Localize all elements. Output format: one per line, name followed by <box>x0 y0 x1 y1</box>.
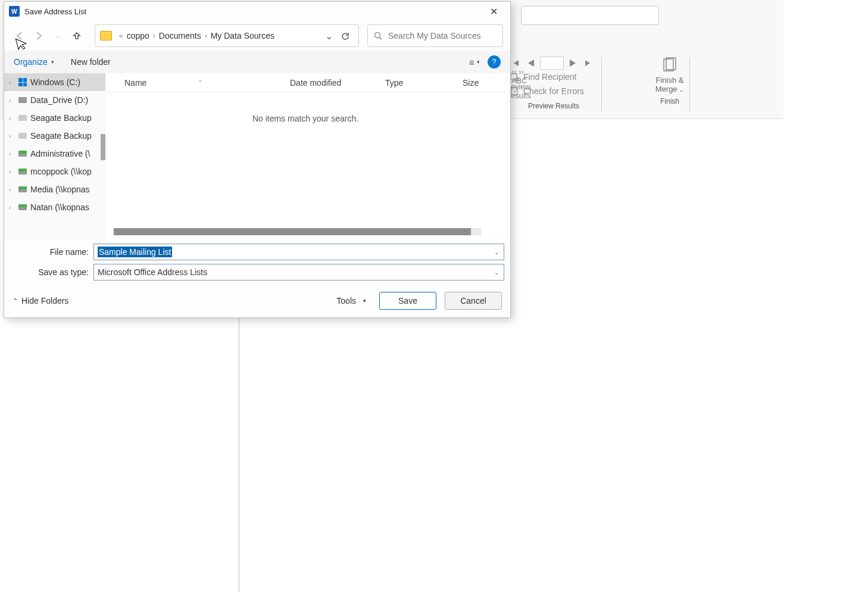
preview-results-label: Preview Results <box>509 102 598 110</box>
dialog-footer: ⌃ Hide Folders Tools▾ Save Cancel <box>4 284 510 317</box>
navigation-tree[interactable]: › Windows (C:) › Data_Drive (D:) › Seaga… <box>4 73 105 239</box>
tools-menu[interactable]: Tools▾ <box>332 294 371 308</box>
saveastype-label: Save as type: <box>10 267 93 277</box>
organize-menu[interactable]: Organize▾ <box>14 57 54 67</box>
forward-button[interactable] <box>30 27 47 44</box>
view-options-button[interactable]: ≡ ▾ <box>466 54 483 70</box>
saveastype-row: Save as type: Microsoft Office Address L… <box>10 264 504 281</box>
prev-record-button[interactable] <box>524 57 538 70</box>
hide-folders-button[interactable]: ⌃ Hide Folders <box>13 296 68 306</box>
search-icon <box>374 32 382 40</box>
breadcrumb-separator: › <box>153 32 155 40</box>
breadcrumb-prefix: « <box>119 32 123 40</box>
breadcrumb-item[interactable]: Documents <box>159 31 201 40</box>
tree-item-seagate-1[interactable]: › Seagate Backup <box>4 109 105 127</box>
expand-icon[interactable]: › <box>9 133 11 139</box>
preview-partial-text: eview esults <box>511 82 531 100</box>
saveastype-value: Microsoft Office Address Lists <box>98 267 207 277</box>
drive-icon <box>18 133 27 139</box>
tree-item-mcoppock[interactable]: › mcoppock (\\kop <box>4 163 105 180</box>
tree-item-windows-c[interactable]: › Windows (C:) <box>4 73 105 91</box>
up-button[interactable] <box>68 27 85 44</box>
close-button[interactable]: ✕ <box>482 2 505 21</box>
tree-item-natan[interactable]: › Natan (\\kopnas <box>4 198 105 216</box>
filename-input[interactable]: Sample Mailing List ⌄ <box>93 244 504 260</box>
tree-item-administrative[interactable]: › Administrative (\ <box>4 145 105 163</box>
record-number-field[interactable] <box>540 57 564 70</box>
svg-point-5 <box>375 33 380 38</box>
expand-icon[interactable]: › <box>9 79 11 86</box>
dropdown-caret-icon[interactable]: ⌄ <box>494 249 499 256</box>
tree-scrollbar-thumb[interactable] <box>101 134 105 160</box>
refresh-button[interactable] <box>338 32 354 40</box>
search-input[interactable] <box>388 31 497 40</box>
column-date-header[interactable]: Date modified <box>290 78 385 88</box>
record-navigation <box>509 57 598 70</box>
empty-folder-message: No items match your search. <box>105 114 505 123</box>
ribbon-divider <box>689 57 690 112</box>
network-drive-icon <box>18 204 27 210</box>
next-record-button[interactable] <box>566 57 579 70</box>
search-box[interactable] <box>367 24 503 47</box>
horizontal-scrollbar[interactable] <box>114 228 482 235</box>
back-button[interactable] <box>11 27 28 44</box>
expand-icon[interactable]: › <box>9 204 11 211</box>
svg-rect-3 <box>664 59 673 71</box>
folder-icon <box>100 31 112 40</box>
svg-rect-4 <box>666 58 676 70</box>
last-record-button[interactable] <box>582 57 595 70</box>
drive-icon <box>18 97 27 103</box>
dialog-navbar: ⌄ « coppo › Documents › My Data Sources … <box>4 21 510 51</box>
cancel-button[interactable]: Cancel <box>445 292 502 310</box>
save-fields: File name: Sample Mailing List ⌄ Save as… <box>4 239 510 284</box>
tree-item-data-drive[interactable]: › Data_Drive (D:) <box>4 91 105 109</box>
word-app-icon: W <box>9 6 20 17</box>
ribbon-top-input[interactable] <box>521 6 659 25</box>
network-drive-icon <box>18 169 27 175</box>
tree-item-seagate-2[interactable]: › Seagate Backup <box>4 127 105 145</box>
column-size-header[interactable]: Size <box>463 78 498 88</box>
finish-merge-button[interactable]: Finish &Merge ⌄ <box>649 57 691 94</box>
dialog-titlebar: W Save Address List ✕ <box>4 2 510 21</box>
dialog-body: › Windows (C:) › Data_Drive (D:) › Seaga… <box>4 73 510 239</box>
filename-row: File name: Sample Mailing List ⌄ <box>10 244 504 260</box>
address-bar[interactable]: « coppo › Documents › My Data Sources ⌄ <box>95 24 359 47</box>
dialog-toolbar: Organize▾ New folder ≡ ▾ ? <box>4 51 510 73</box>
tree-item-media[interactable]: › Media (\\kopnas <box>4 180 105 198</box>
ribbon-divider <box>601 57 602 112</box>
drive-icon <box>18 115 27 121</box>
breadcrumb-item[interactable]: coppo <box>127 31 149 40</box>
file-list-area: Name ⌃ Date modified Type Size No items … <box>105 73 505 239</box>
ribbon-finish-section: Finish &Merge ⌄ Finish <box>649 57 691 105</box>
column-name-header[interactable]: Name ⌃ <box>105 78 290 88</box>
column-type-header[interactable]: Type <box>385 78 463 88</box>
svg-point-1 <box>516 77 519 81</box>
recent-locations-button[interactable]: ⌄ <box>49 27 66 44</box>
finish-label: Finish <box>649 97 691 105</box>
windows-drive-icon <box>18 78 27 86</box>
expand-icon[interactable]: › <box>9 97 11 104</box>
expand-icon[interactable]: › <box>9 151 11 157</box>
first-record-button[interactable] <box>509 57 522 70</box>
network-drive-icon <box>18 186 27 192</box>
network-drive-icon <box>18 151 27 157</box>
scrollbar-thumb[interactable] <box>114 228 471 235</box>
column-headers: Name ⌃ Date modified Type Size <box>105 73 505 92</box>
saveastype-select[interactable]: Microsoft Office Address Lists ⌄ <box>93 264 504 281</box>
save-address-list-dialog: W Save Address List ✕ ⌄ « coppo › Docume… <box>4 1 511 318</box>
filename-label: File name: <box>10 247 93 257</box>
expand-icon[interactable]: › <box>9 115 11 121</box>
chevron-up-icon: ⌃ <box>13 297 18 305</box>
breadcrumb-separator: › <box>205 32 207 40</box>
dropdown-caret-icon[interactable]: ⌄ <box>494 269 499 276</box>
filename-value-selected: Sample Mailing List <box>98 247 172 257</box>
breadcrumb-item[interactable]: My Data Sources <box>211 31 274 40</box>
sort-indicator-icon: ⌃ <box>198 79 202 86</box>
expand-icon[interactable]: › <box>9 169 11 175</box>
save-button[interactable]: Save <box>379 292 436 310</box>
address-dropdown-button[interactable]: ⌄ <box>320 30 338 42</box>
new-folder-button[interactable]: New folder <box>71 57 111 67</box>
help-button[interactable]: ? <box>488 55 501 68</box>
expand-icon[interactable]: › <box>9 186 11 193</box>
dialog-title: Save Address List <box>24 7 482 16</box>
